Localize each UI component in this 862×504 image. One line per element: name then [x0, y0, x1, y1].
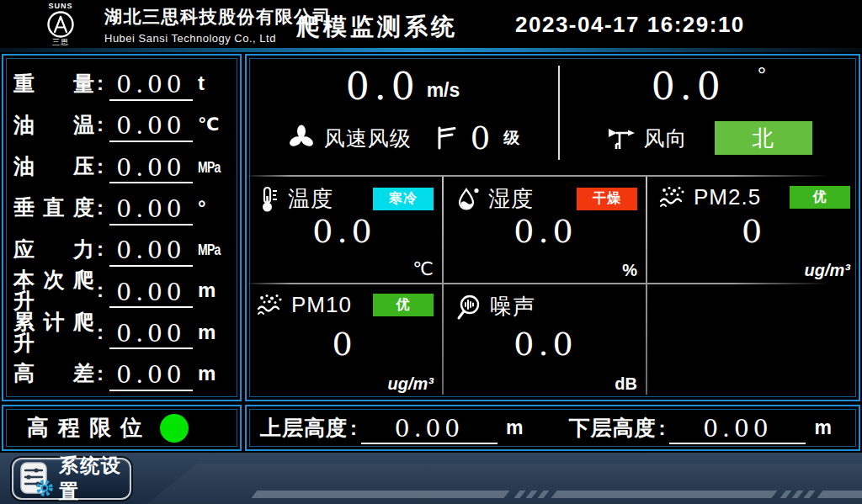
- metric-value: 0.00: [109, 279, 193, 309]
- lower-height-unit: m: [814, 416, 831, 439]
- colon: :: [94, 155, 106, 178]
- sensor-label: PM2.5: [694, 184, 761, 210]
- sensor-cell-pm10: PM10 优 0 ug/m³: [247, 284, 442, 396]
- colon: :: [94, 72, 106, 95]
- metric-label: 垂直度: [13, 197, 94, 218]
- upper-height-label: 上层高度: [260, 414, 348, 442]
- wind-speed-block: 0.0 m/s 风速风级: [247, 56, 559, 175]
- colon: :: [94, 113, 106, 136]
- metric-unit: MPa: [198, 241, 221, 259]
- metric-value: 0.00: [109, 154, 193, 184]
- thermometer-icon: [257, 186, 280, 213]
- sensor-grid: 温度 寒冷 0.0 ℃ 湿度 干燥 0.0 %: [247, 175, 859, 400]
- sensor-unit: ℃: [412, 258, 434, 280]
- metric-label: 本次爬升: [13, 269, 94, 311]
- upper-height-unit: m: [506, 416, 523, 439]
- metric-row-height-diff: 高差 : 0.00 m: [13, 353, 230, 394]
- layer-heights-panel: 上层高度 : 0.00 m 下层高度 : 0.00 m: [245, 405, 860, 451]
- wind-direction-value: 0.0: [652, 68, 726, 105]
- metric-unit: m: [198, 321, 230, 344]
- metric-value: 0.00: [109, 195, 193, 225]
- wind-speed-unit: m/s: [427, 79, 460, 102]
- wind-direction-button[interactable]: 北: [715, 121, 812, 155]
- sensor-unit: %: [622, 261, 637, 280]
- colon: :: [94, 279, 106, 302]
- bottom-toolbar: 系统设置: [0, 453, 862, 504]
- sensor-label: 湿度: [488, 184, 534, 214]
- status-badge-good: 优: [790, 186, 850, 209]
- noise-icon: [455, 294, 482, 321]
- elevation-limit-panel: 高程限位: [2, 405, 242, 451]
- colon: :: [94, 362, 106, 385]
- company-logo: SUNS 三思: [20, 1, 101, 47]
- lower-height-group: 下层高度 : 0.00 m: [568, 411, 831, 445]
- sensor-unit: dB: [615, 374, 637, 394]
- datetime-display: 2023-04-17 16:29:10: [515, 12, 745, 38]
- sensor-cell-pm25: PM2.5 优 0 ug/m³: [649, 177, 859, 283]
- upper-height-value: 0.00: [361, 415, 498, 445]
- fan-icon: [286, 123, 317, 153]
- sensor-label: 温度: [288, 184, 333, 214]
- logo-text-bottom: 三思: [52, 39, 69, 46]
- metric-value: 0.00: [109, 361, 193, 391]
- colon: :: [350, 416, 357, 440]
- settings-button-label: 系统设置: [59, 453, 125, 504]
- header-divider: [0, 48, 862, 52]
- decor-stripe: [251, 491, 509, 498]
- sensor-value: 0.0: [247, 215, 442, 247]
- settings-sliders-gear-icon: [19, 460, 54, 497]
- lower-height-value: 0.00: [669, 415, 806, 445]
- status-badge-dry: 干燥: [577, 188, 637, 210]
- metric-label: 高差: [13, 363, 94, 384]
- system-settings-button[interactable]: 系统设置: [12, 458, 131, 500]
- humidity-icon: [455, 186, 481, 213]
- metric-value: 0.00: [109, 320, 193, 350]
- status-badge-cold: 寒冷: [373, 188, 434, 210]
- wind-direction-label: 风向: [644, 125, 688, 152]
- metric-row-total-climb: 累计爬升 : 0.00 m: [13, 312, 230, 353]
- dust-icon: [659, 185, 686, 210]
- grid-line-vertical: [442, 177, 444, 395]
- wind-level-value: 0: [471, 123, 491, 154]
- page-title: 爬模监测系统: [296, 11, 458, 43]
- metrics-panel: 重量 : 0.00 t 油温 : 0.00 ℃ 油压 : 0.00 MPa 垂直…: [2, 54, 242, 401]
- sensor-cell-noise: 噪声 0.0 dB: [445, 284, 646, 396]
- decor-stripe: [551, 491, 777, 498]
- sensor-unit: ug/m³: [388, 374, 434, 394]
- sensor-label: 噪声: [490, 292, 535, 321]
- metric-unit: MPa: [198, 159, 221, 177]
- wind-direction-unit: °: [758, 62, 766, 88]
- metric-unit: m: [198, 279, 230, 302]
- sensor-value: 0: [247, 328, 442, 360]
- metric-unit: m: [198, 362, 230, 385]
- metric-value: 0.00: [109, 112, 193, 142]
- wind-vane-icon: [606, 124, 636, 152]
- sensor-cell-temperature: 温度 寒冷 0.0 ℃: [247, 177, 442, 283]
- grid-line-vertical: [646, 177, 647, 395]
- wind-level-unit: 级: [503, 127, 519, 149]
- elevation-limit-label: 高程限位: [27, 413, 152, 443]
- metric-value: 0.00: [109, 71, 193, 101]
- sensor-value: 0.0: [445, 328, 646, 360]
- colon: :: [658, 416, 665, 440]
- wind-speed-label: 风速风级: [324, 125, 412, 152]
- lower-height-label: 下层高度: [568, 414, 656, 442]
- metric-label: 重量: [13, 73, 94, 94]
- metric-unit: °: [198, 196, 230, 220]
- colon: :: [94, 321, 106, 344]
- wind-section: 0.0 m/s 风速风级: [247, 56, 859, 175]
- metric-label: 累计爬升: [13, 311, 94, 353]
- metric-unit: ℃: [198, 114, 230, 135]
- metric-value: 0.00: [109, 236, 193, 267]
- wind-section-divider: [558, 66, 560, 160]
- header: SUNS 三思 湖北三思科技股份有限公司 Hubei Sansi Technol…: [0, 0, 862, 48]
- sensor-cell-humidity: 湿度 干燥 0.0 %: [445, 177, 646, 283]
- metric-unit: t: [198, 72, 230, 95]
- sensor-cell-empty: [649, 284, 859, 396]
- decor-stripe: [817, 491, 862, 498]
- metric-row-oil-pressure: 油压 : 0.00 MPa: [13, 146, 230, 187]
- colon: :: [94, 237, 106, 261]
- logo-text-top: SUNS: [48, 3, 72, 10]
- metric-row-weight: 重量 : 0.00 t: [13, 63, 230, 103]
- metric-row-oil-temp: 油温 : 0.00 ℃: [13, 104, 230, 145]
